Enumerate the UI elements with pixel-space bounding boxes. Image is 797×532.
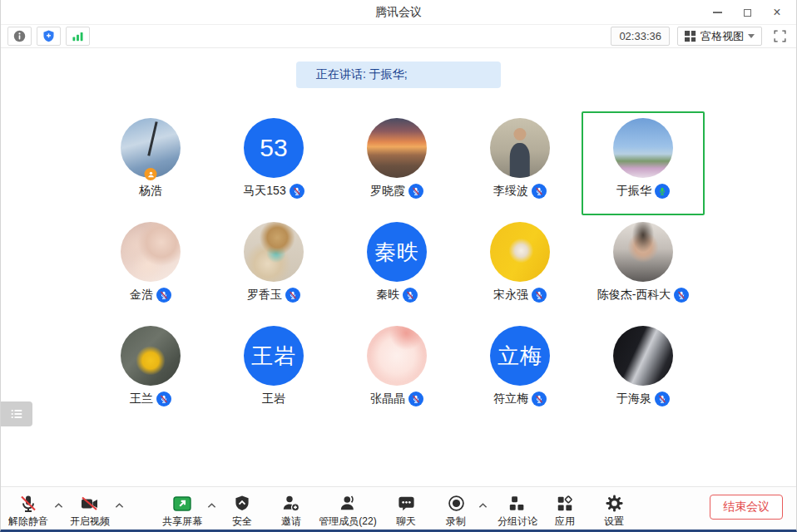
meeting-toolbar-bottom: 解除静音 开启视频 共享屏幕 安全 邀请 管理成员(22) 聊天 [1,486,796,530]
mic-muted-icon [18,494,38,514]
participant-name: 于海泉 [616,392,651,406]
participant-name: 王兰 [130,392,153,406]
video-grid-area: 正在讲话: 于振华; 杨浩 53 马天153 罗晓 [1,48,796,486]
mic-options-chevron[interactable] [52,500,64,511]
avatar: 53 [244,118,304,178]
meeting-timer: 02:33:36 [611,27,670,46]
avatar-initials: 秦昳 [374,238,419,267]
security-shield-button[interactable] [37,27,61,46]
record-button[interactable]: 录制 [446,493,466,529]
mic-status-icon [674,288,689,303]
avatar [490,222,550,282]
participant-tile[interactable]: 杨浩 [89,111,212,215]
participant-name: 罗香玉 [247,288,282,303]
share-screen-button[interactable]: 共享屏幕 [162,493,202,529]
avatar-initials: 立梅 [498,342,542,371]
mic-status-icon [156,288,171,303]
share-screen-icon [172,494,192,514]
participant-tile[interactable]: 立梅 符立梅 [458,319,582,423]
share-options-chevron[interactable] [205,500,217,511]
breakout-rooms-button[interactable]: 分组讨论 [498,493,537,529]
mic-status-icon [408,392,423,406]
chat-button[interactable]: 聊天 [396,493,416,529]
participant-tile[interactable]: 金浩 [89,215,212,319]
participant-tile-active-speaker[interactable]: 于振华 [582,111,705,215]
fullscreen-button[interactable] [770,27,790,46]
chat-bubble-icon [397,494,416,513]
network-signal-button[interactable] [66,27,90,46]
avatar-initials: 王岩 [251,342,296,371]
active-speaker-banner: 正在讲话: 于振华; [296,62,501,88]
participant-tile[interactable]: 53 马天153 [212,111,335,215]
participant-tile[interactable]: 于海泉 [582,319,705,423]
mic-status-icon [290,184,304,199]
end-meeting-button[interactable]: 结束会议 [710,495,783,520]
security-shield-icon [233,494,251,513]
window-title: 腾讯会议 [375,5,422,20]
meeting-info-button[interactable] [7,27,32,46]
participant-tile[interactable]: 罗晓霞 [335,111,458,215]
avatar-initials: 53 [260,134,287,162]
avatar [244,222,304,282]
view-mode-label: 宫格视图 [700,29,744,44]
mic-status-icon [532,392,547,406]
participant-tile[interactable]: 张晶晶 [335,319,458,423]
meeting-toolbar-top: 02:33:36 宫格视图 [1,25,796,48]
participant-name: 王岩 [262,392,285,406]
shield-plus-icon [42,29,56,43]
mic-status-icon [532,184,547,199]
mic-status-icon [655,392,670,406]
participant-name: 于振华 [616,184,651,199]
apps-grid-icon [556,495,574,513]
participant-tile[interactable]: 王岩 王岩 [212,319,335,423]
unmute-button[interactable]: 解除静音 [8,493,48,529]
settings-button[interactable]: 设置 [604,493,624,529]
info-icon [12,29,27,43]
signal-bars-icon [71,29,85,43]
participant-tile[interactable]: 宋永强 [458,215,582,319]
participant-name: 罗晓霞 [370,184,405,199]
record-icon [447,494,466,513]
security-button[interactable]: 安全 [232,493,252,529]
maximize-button[interactable] [736,2,758,22]
apps-button[interactable]: 应用 [555,493,575,529]
avatar [613,222,673,282]
video-options-chevron[interactable] [113,500,125,511]
avatar [121,326,181,386]
gear-icon [605,494,624,513]
participant-name: 杨浩 [139,184,162,199]
camera-off-icon [80,494,100,514]
list-icon [8,406,25,421]
avatar [121,118,181,178]
avatar: 王岩 [244,326,304,386]
window-controls: × [706,0,788,25]
mic-status-icon [408,184,423,199]
participant-tile[interactable]: 秦昳 秦昳 [335,215,458,319]
mic-status-icon [532,288,547,303]
avatar [367,326,427,386]
start-video-button[interactable]: 开启视频 [70,493,110,529]
grid-view-icon [685,31,696,42]
chevron-down-icon [748,34,755,38]
manage-members-button[interactable]: 管理成员(22) [319,493,376,529]
participant-name: 马天153 [243,184,285,199]
members-icon [338,494,358,514]
participant-tile[interactable]: 王兰 [89,319,212,423]
side-panel-handle[interactable] [1,401,32,426]
participant-tile[interactable]: 罗香玉 [212,215,335,319]
record-options-chevron[interactable] [477,500,488,511]
close-button[interactable]: × [766,2,788,22]
minimize-button[interactable] [706,2,728,22]
participant-tile[interactable]: 陈俊杰-西科大 [582,215,705,319]
participant-name: 金浩 [130,288,153,303]
view-mode-selector[interactable]: 宫格视图 [677,27,762,46]
participant-tile[interactable]: 李绥波 [458,111,582,215]
avatar [613,118,673,178]
participant-name: 张晶晶 [370,392,405,406]
avatar [121,222,181,282]
participant-grid: 杨浩 53 马天153 罗晓霞 李绥波 [89,111,705,423]
avatar [367,118,427,178]
participant-name: 宋永强 [493,288,528,303]
invite-button[interactable]: 邀请 [281,493,301,529]
participant-name: 符立梅 [493,392,528,406]
